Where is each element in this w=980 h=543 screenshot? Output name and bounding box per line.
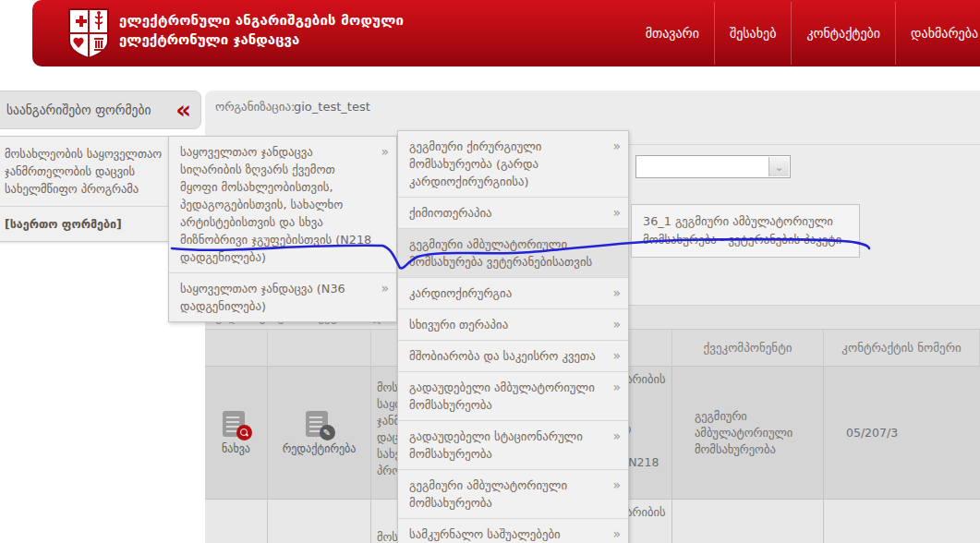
header-view — [205, 330, 268, 367]
view-document-icon — [221, 411, 252, 439]
menu-item-label: გეგმიური ამბულატორიული მომსახურეობა — [409, 478, 567, 510]
menu-item-label: გეგმიური ქირურგიული მომსახურეობა (გარდა … — [409, 139, 541, 188]
menu-item-emergency-ambulatory[interactable]: გადაუდებელი ამბულატორიული მომსახურეობა » — [398, 371, 628, 420]
menu-item-radiation-therapy[interactable]: სხივური თერაპია » — [398, 308, 628, 340]
menu-item-planned-ambulatory[interactable]: გეგმიური ამბულატორიული მომსახურეობა » — [398, 469, 628, 518]
app-header: ელექტრონული ანგარიშგების მოდული ელექტრონ… — [32, 0, 980, 66]
menu-item-veterans-ambulatory[interactable]: გეგმიური ამბულატორიული მომსახურება ვეტერ… — [398, 228, 628, 277]
edit-cell-empty — [268, 500, 371, 543]
contract-cell-empty — [824, 500, 980, 543]
edit-button[interactable]: ✎ რედაქტირება — [268, 367, 371, 500]
header-contract-number[interactable]: კონტრაქტის ნომერი — [824, 330, 980, 367]
menu-item-label: გადაუდებელი ამბულატორიული მომსახურეობა — [409, 380, 595, 412]
organization-value: gio_test_test — [294, 100, 370, 114]
menu-item-label: გეგმიური ამბულატორიული მომსახურება ვეტერ… — [409, 237, 592, 269]
subcomponent-text: გეგმიური ამბულატორიული მომსახურეობა — [689, 404, 816, 463]
top-nav: მთავარი შესახებ კონტაქტები დახმარება — [631, 0, 980, 66]
subcomponent-cell-empty — [672, 500, 824, 543]
chevron-right-icon: » — [612, 284, 621, 302]
chevron-right-icon: » — [612, 138, 621, 155]
view-cell-empty — [205, 500, 268, 543]
chevron-right-icon: » — [612, 379, 621, 396]
submenu-services: გეგმიური ქირურგიული მომსახურეობა (გარდა … — [397, 130, 629, 543]
contract-cell: 05/207/3 — [824, 367, 980, 500]
chevron-right-icon: » — [612, 428, 621, 445]
submenu-flyout-veterans-package[interactable]: 36_1 გეგმიური ამბულატორიული მომსახურება … — [631, 204, 860, 258]
menu-item-n36[interactable]: საყოველთაო ჯანდაცვა (N36 დადგენილება) » — [169, 272, 396, 321]
menu-item-label: კარდიოქირურგია — [409, 286, 512, 300]
view-label: ნახვა — [222, 442, 250, 455]
filter-dropdown[interactable]: ⌄ — [635, 155, 791, 178]
magnifier-icon — [240, 428, 248, 437]
chevron-right-icon: » — [612, 525, 621, 543]
header-edit — [268, 330, 371, 367]
sidebar-item-label: მოსახლეობის საყოველთაო ჯანმრთელობის დაცვ… — [5, 147, 162, 196]
header-subcomponent[interactable]: ქვეკომპონენტი — [672, 330, 824, 367]
sidebar-header: საანგარიშებო ფორმები « — [0, 90, 201, 129]
menu-item-n218[interactable]: საყოველთაო ჯანდაცვა სიღარიბის ზღვარს ქვე… — [169, 137, 396, 272]
pencil-icon: ✎ — [320, 425, 335, 440]
menu-item-cardiosurgery[interactable]: კარდიოქირურგია » — [398, 277, 628, 308]
app-title: ელექტრონული ანგარიშგების მოდული ელექტრონ… — [119, 12, 404, 48]
chevron-down-icon[interactable]: ⌄ — [768, 157, 789, 176]
menu-item-emergency-stationary[interactable]: გადაუდებელი სტაციონარული მომსახურეობა » — [398, 420, 628, 469]
menu-item-childbirth[interactable]: მშობიარობა და საკეისრო კვეთა » — [398, 340, 628, 371]
menu-item-label: მშობიარობა და საკეისრო კვეთა — [409, 349, 596, 363]
app-title-line2: ელექტრონული ჯანდაცვა — [119, 31, 404, 48]
menu-item-planned-surgery[interactable]: გეგმიური ქირურგიული მომსახურეობა (გარდა … — [398, 131, 628, 197]
edit-document-icon: ✎ — [304, 411, 335, 439]
nav-contacts[interactable]: კონტაქტები — [791, 2, 895, 65]
sidebar-collapse-icon[interactable]: « — [166, 98, 200, 122]
app-title-line1: ელექტრონული ანგარიშგების მოდული — [119, 12, 404, 29]
chevron-right-icon: » — [612, 347, 621, 365]
contract-text: 05/207/3 — [841, 420, 903, 446]
menu-item-label: სხივური თერაპია — [409, 318, 508, 332]
menu-item-label: ქიმიოთერაპია — [409, 206, 492, 220]
sidebar-item-label: [საერთო ფორმები] — [5, 217, 122, 231]
menu-item-chemotherapy[interactable]: ქიმიოთერაპია » — [398, 197, 628, 228]
sidebar-title: საანგარიშებო ფორმები — [0, 103, 166, 117]
view-button[interactable]: ნახვა — [205, 367, 268, 500]
subcomponent-cell: გეგმიური ამბულატორიული მომსახურეობა — [672, 367, 824, 500]
chevron-right-icon: » — [612, 316, 621, 333]
menu-item-label: გადაუდებელი სტაციონარული მომსახურეობა — [409, 429, 583, 461]
organization-label: ორგანიზაცია: — [215, 100, 296, 114]
menu-item-label: საყოველთაო ჯანდაცვა სიღარიბის ზღვარს ქვე… — [180, 145, 371, 264]
menu-item-medicines[interactable]: სამკურნალო საშუალებები » — [398, 518, 628, 543]
page: ელექტრონული ანგარიშგების მოდული ელექტრონ… — [0, 0, 980, 543]
nav-help[interactable]: დახმარება — [895, 2, 980, 65]
nav-home[interactable]: მთავარი — [631, 2, 714, 65]
chevron-right-icon: » — [381, 280, 389, 297]
menu-item-label: სამკურნალო საშუალებები — [409, 527, 561, 541]
nav-about[interactable]: შესახებ — [714, 2, 791, 65]
edit-label: რედაქტირება — [283, 442, 357, 455]
submenu-programs: საყოველთაო ჯანდაცვა სიღარიბის ზღვარს ქვე… — [168, 136, 397, 322]
chevron-right-icon: » — [612, 477, 621, 494]
menu-item-label: საყოველთაო ჯანდაცვა (N36 დადგენილება) — [180, 282, 345, 313]
chevron-right-icon: » — [612, 204, 621, 222]
chevron-right-icon: » — [381, 143, 389, 161]
health-ministry-logo-icon — [67, 7, 110, 63]
